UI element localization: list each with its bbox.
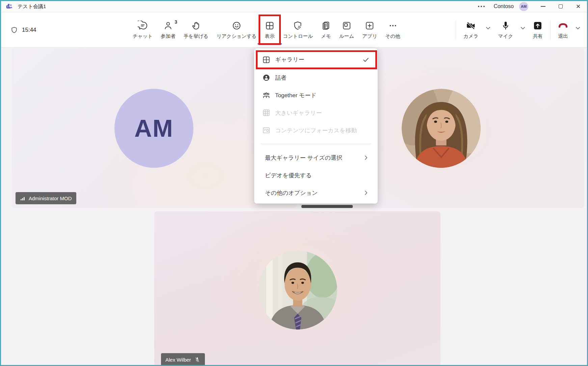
focus-content-icon	[262, 126, 271, 135]
video-tile-alex-wilber[interactable]: Alex Wilber	[154, 211, 440, 366]
teams-meeting-window: T テスト会議1 Contoso AM ✕ 15:44	[0, 0, 588, 366]
raise-hand-icon	[191, 21, 201, 31]
chevron-down-icon	[485, 25, 491, 31]
menu-item-max-gallery-size[interactable]: 最大ギャラリー サイズの選択	[254, 149, 378, 166]
chat-icon	[138, 21, 148, 31]
titlebar: T テスト会議1 Contoso AM ✕	[1, 1, 587, 12]
meeting-timer: 15:44	[22, 27, 36, 33]
menu-separator	[261, 144, 371, 144]
svg-text:T: T	[7, 5, 9, 8]
toolbar-button-camera[interactable]: カメラ	[459, 12, 483, 47]
audio-signal-icon	[20, 195, 26, 201]
chevron-down-icon	[574, 25, 581, 31]
shield-icon	[10, 26, 18, 34]
toolbar-button-react[interactable]: リアクションする	[212, 12, 261, 47]
camera-off-icon	[466, 21, 476, 31]
minimize-button[interactable]	[534, 1, 552, 12]
gallery-grid-icon	[262, 55, 271, 64]
participant-name-label-occluded	[301, 205, 353, 208]
together-mode-icon	[262, 91, 271, 100]
chevron-right-icon	[362, 189, 370, 197]
camera-options-chevron[interactable]	[482, 8, 494, 47]
participant-name-label: Alex Wilber	[161, 353, 205, 366]
leave-options-chevron[interactable]	[572, 8, 584, 47]
participant-name-label: Administrator MOD	[16, 192, 76, 204]
view-menu-dropdown: ギャラリー 話者 Together モード	[254, 48, 378, 204]
apps-plus-icon	[365, 21, 375, 31]
menu-item-large-gallery[interactable]: 大きいギャラリー	[254, 104, 378, 122]
shield-gear-icon	[293, 21, 303, 31]
mic-icon	[501, 21, 511, 31]
toolbar-button-control[interactable]: コントロール	[279, 12, 317, 47]
gallery-grid-icon	[265, 21, 275, 31]
large-gallery-grid-icon	[262, 108, 271, 117]
toolbar-button-raise-hand[interactable]: 手を挙げる	[180, 12, 213, 47]
meeting-toolbar: 15:44 チャット 3 参加者	[1, 12, 587, 48]
org-name: Contoso	[493, 3, 514, 9]
share-arrow-icon	[533, 21, 543, 31]
participant-initials-avatar: AM	[114, 89, 193, 168]
menu-item-gallery[interactable]: ギャラリー	[254, 50, 378, 69]
checkmark-icon	[362, 56, 370, 63]
teams-logo-icon: T	[6, 3, 13, 10]
mic-options-chevron[interactable]	[517, 8, 529, 47]
notes-icon	[321, 21, 331, 31]
chevron-down-icon	[519, 25, 526, 31]
rooms-icon	[342, 21, 352, 31]
minimize-icon	[541, 6, 545, 7]
man-photo-avatar	[258, 251, 337, 330]
toolbar-divider	[550, 21, 551, 39]
titlebar-more-icon[interactable]	[478, 6, 485, 7]
toolbar-divider	[456, 21, 456, 39]
participants-count-badge: 3	[175, 19, 177, 25]
chevron-right-icon	[362, 154, 370, 161]
meeting-title: テスト会議1	[18, 3, 46, 10]
toolbar-button-leave[interactable]: 退出	[554, 12, 572, 47]
toolbar-button-notes[interactable]: メモ	[317, 12, 335, 47]
hang-up-icon	[558, 21, 568, 31]
toolbar-button-apps[interactable]: アプリ	[358, 12, 381, 47]
woman-photo-avatar	[402, 89, 481, 168]
toolbar-button-share[interactable]: 共有	[529, 12, 547, 47]
mic-muted-icon	[194, 357, 201, 363]
menu-item-focus-on-content[interactable]: コンテンツにフォーカスを移動	[254, 122, 378, 139]
menu-item-speaker[interactable]: 話者	[254, 69, 378, 86]
toolbar-button-view[interactable]: 表示	[261, 12, 279, 47]
speaker-person-icon	[262, 73, 271, 82]
more-dots-icon	[388, 21, 398, 31]
toolbar-button-rooms[interactable]: ルーム	[335, 12, 358, 47]
menu-item-together-mode[interactable]: Together モード	[254, 86, 378, 104]
menu-item-more-options[interactable]: その他のオプション	[254, 184, 378, 202]
annotation-box-gallery-item	[256, 50, 377, 69]
menu-item-prioritize-video[interactable]: ビデオを優先する	[254, 166, 378, 184]
toolbar-button-more[interactable]: その他	[381, 12, 404, 47]
toolbar-button-mic[interactable]: マイク	[494, 12, 517, 47]
toolbar-button-participants[interactable]: 3 参加者	[157, 12, 180, 47]
smiley-icon	[232, 21, 242, 31]
view-active-indicator	[258, 43, 282, 45]
toolbar-button-chat[interactable]: チャット	[129, 12, 157, 47]
participants-icon	[163, 21, 173, 31]
maximize-button[interactable]	[552, 1, 569, 12]
maximize-icon	[559, 4, 563, 8]
